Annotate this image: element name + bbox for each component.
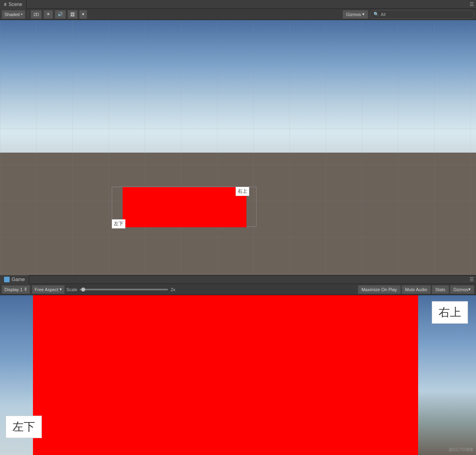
mute-audio-label: Mute Audio [405,287,427,292]
maximize-on-play-label: Maximize On Play [361,287,397,292]
audio-icon: 🔊 [57,12,63,17]
scale-value: 2x [170,287,175,292]
watermark: @51CTO博客 [449,447,474,453]
scale-slider-thumb [81,288,85,292]
search-icon: 🔍 [373,12,379,17]
sun-icon: ☀ [46,12,50,17]
stats-btn[interactable]: Stats [432,285,449,294]
scene-panel: # Scene ☰ Shaded ▾ 2D ☀ 🔊 🖼 ▾ Gizmos [0,0,476,275]
scene-viewport: 右上 左下 [0,20,476,275]
display-label: Display 1 [4,287,23,292]
game-tab-label: Game [12,277,25,282]
search-placeholder: All [381,12,386,17]
game-toolbar: Display 1 ⇕ Free Aspect ▾ Scale 2x Maxim… [0,284,476,295]
game-label-left-bottom: 左下 [6,416,42,438]
image-icon: 🖼 [70,12,75,17]
game-tab[interactable]: Game [0,275,29,284]
maximize-on-play-btn[interactable]: Maximize On Play [358,285,401,294]
sun-btn[interactable]: ☀ [43,10,53,19]
scene-tab[interactable]: # Scene [0,0,27,9]
display-dropdown-icon: ⇕ [24,287,27,292]
gizmos-btn[interactable]: Gizmos ▾ [343,10,368,19]
scene-grid [0,20,476,275]
scene-toolbar: Shaded ▾ 2D ☀ 🔊 🖼 ▾ Gizmos ▾ 🔍 All [0,9,476,20]
scene-rect-container [112,187,256,227]
scene-search-box[interactable]: 🔍 All [370,10,474,19]
image-btn[interactable]: 🖼 [68,10,78,19]
game-gizmos-dropdown-arrow: ▾ [468,287,471,292]
2d-btn[interactable]: 2D [31,10,42,19]
aspect-dropdown-btn[interactable]: Free Aspect ▾ [32,285,65,294]
game-gizmos-btn[interactable]: Gizmos ▾ [450,285,474,294]
scene-tab-menu-icon[interactable]: ☰ [467,0,476,9]
gizmos-label: Gizmos [346,12,361,17]
shaded-dropdown-arrow: ▾ [21,12,23,16]
audio-btn[interactable]: 🔊 [55,10,66,19]
scene-red-rect-fill [123,187,246,227]
game-red-area [33,295,418,455]
layers-dropdown-arrow: ▾ [82,12,84,17]
aspect-label: Free Aspect [35,287,58,292]
game-tab-menu-icon[interactable]: ☰ [467,275,476,284]
gizmos-dropdown-arrow: ▾ [362,12,365,17]
game-tab-icon [4,277,10,282]
toolbar-right: Gizmos ▾ 🔍 All [343,10,474,19]
game-right-buttons: Maximize On Play Mute Audio Stats Gizmos… [358,285,474,294]
game-label-right-top: 右上 [432,301,468,324]
toolbar-separator-1 [28,11,28,18]
game-panel: Game ☰ Display 1 ⇕ Free Aspect ▾ Scale 2… [0,275,476,455]
layers-btn[interactable]: ▾ [79,10,87,19]
shaded-dropdown-btn[interactable]: Shaded ▾ [2,10,25,19]
2d-label: 2D [33,12,39,17]
display-dropdown-btn[interactable]: Display 1 ⇕ [2,285,30,294]
scale-container: Scale 2x [66,287,175,292]
aspect-dropdown-arrow: ▾ [60,287,62,292]
mute-audio-btn[interactable]: Mute Audio [402,285,431,294]
game-viewport: 右上 左下 @51CTO博客 [0,295,476,455]
hash-icon: # [4,2,6,7]
game-tab-bar: Game ☰ [0,275,476,284]
game-gizmos-label: Gizmos [453,287,468,292]
shaded-label: Shaded [4,12,20,17]
scale-label: Scale [66,287,78,292]
scene-label-left-bottom: 左下 [112,219,125,229]
scene-tab-bar: # Scene ☰ [0,0,476,9]
scene-label-right-top: 右上 [236,187,249,196]
stats-label: Stats [435,287,445,292]
scale-slider[interactable] [80,289,168,290]
scene-tab-label: Scene [8,2,22,7]
